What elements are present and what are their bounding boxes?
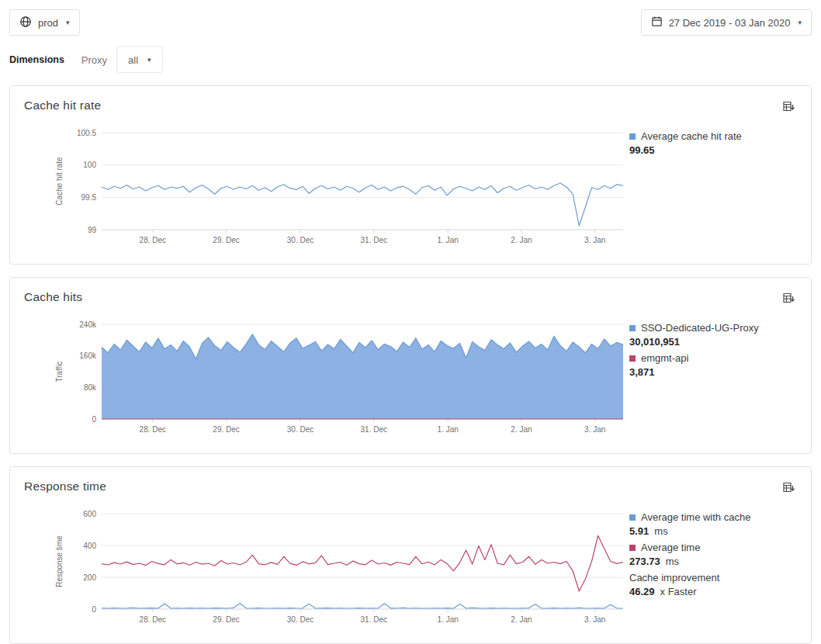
environment-label: prod — [38, 17, 58, 29]
svg-text:0: 0 — [92, 605, 96, 614]
svg-text:31. Dec: 31. Dec — [361, 425, 387, 434]
legend-label: Cache improvement — [629, 572, 719, 584]
svg-text:31. Dec: 31. Dec — [361, 615, 387, 624]
card-body: 9999.5100100.528. Dec29. Dec30. Dec31. D… — [24, 122, 797, 254]
export-report-button[interactable] — [781, 99, 797, 117]
legend-swatch — [629, 545, 636, 551]
legend-label: Average time — [641, 542, 700, 554]
legend-value: 3,871 — [629, 366, 797, 379]
chevron-down-icon: ▾ — [66, 19, 70, 26]
export-report-button[interactable] — [781, 290, 797, 309]
svg-text:100: 100 — [83, 161, 96, 169]
svg-text:3. Jan: 3. Jan — [584, 236, 605, 244]
legend-value: 30,010,951 — [629, 336, 797, 348]
legend-value: 46.29x Faster — [629, 586, 797, 598]
svg-text:31. Dec: 31. Dec — [361, 236, 387, 244]
svg-text:1. Jan: 1. Jan — [438, 425, 459, 434]
card-title: Cache hit rate — [24, 99, 101, 113]
svg-text:200: 200 — [83, 573, 96, 582]
legend-item: emgmt-api — [629, 352, 797, 365]
legend-label: Average time with cache — [641, 511, 750, 524]
chart-legend: SSO-Dedicated-UG-Proxy 30,010,951 emgmt-… — [629, 313, 797, 444]
svg-text:29. Dec: 29. Dec — [213, 615, 239, 624]
report-download-icon — [782, 104, 795, 116]
legend-value: 5.91ms — [629, 525, 797, 538]
cache-hits-chart: 080k160k240k28. Dec29. Dec30. Dec31. Dec… — [24, 313, 629, 444]
svg-text:Traffic: Traffic — [55, 361, 64, 382]
dimensions-bar: Dimensions Proxy all ▾ — [9, 47, 812, 73]
svg-text:2. Jan: 2. Jan — [511, 615, 532, 624]
svg-text:80k: 80k — [84, 383, 97, 392]
svg-text:30. Dec: 30. Dec — [287, 236, 314, 244]
proxy-filter-select[interactable]: all ▾ — [116, 47, 163, 73]
svg-text:1. Jan: 1. Jan — [438, 236, 459, 244]
svg-text:28. Dec: 28. Dec — [140, 236, 166, 244]
cache-hit-rate-chart: 9999.5100100.528. Dec29. Dec30. Dec31. D… — [24, 122, 629, 254]
environment-selector[interactable]: prod ▾ — [9, 9, 80, 36]
proxy-filter-value: all — [128, 54, 138, 66]
legend-swatch — [629, 514, 636, 521]
svg-text:0: 0 — [92, 415, 96, 424]
proxy-filter-label: Proxy — [81, 54, 107, 66]
legend-item: Average time with cache — [629, 511, 797, 524]
svg-text:Cache hit rate: Cache hit rate — [55, 157, 64, 206]
date-range-picker[interactable]: 27 Dec 2019 - 03 Jan 2020 ▾ — [641, 9, 812, 36]
svg-text:240k: 240k — [79, 320, 97, 329]
svg-text:160k: 160k — [79, 351, 97, 360]
dimensions-label: Dimensions — [9, 54, 64, 65]
legend-label: Average cache hit rate — [641, 130, 742, 143]
svg-text:30. Dec: 30. Dec — [287, 615, 314, 624]
card-body: 080k160k240k28. Dec29. Dec30. Dec31. Dec… — [24, 313, 797, 444]
calendar-icon — [651, 16, 663, 29]
card-header: Cache hit rate — [24, 99, 797, 119]
svg-text:3. Jan: 3. Jan — [584, 425, 605, 434]
chevron-down-icon: ▾ — [147, 57, 151, 64]
legend-swatch — [629, 325, 636, 331]
legend-label: SSO-Dedicated-UG-Proxy — [641, 322, 759, 334]
card-cache-hits: Cache hits 080k160k240k28. Dec29. Dec30.… — [9, 277, 812, 454]
legend-item: Average cache hit rate — [629, 130, 797, 143]
svg-text:Response time: Response time — [55, 535, 64, 587]
svg-text:29. Dec: 29. Dec — [213, 236, 239, 244]
svg-text:30. Dec: 30. Dec — [287, 425, 314, 434]
legend-swatch — [629, 133, 636, 140]
report-download-icon — [782, 296, 795, 307]
report-download-icon — [782, 485, 795, 497]
response-time-chart: 020040060028. Dec29. Dec30. Dec31. Dec1.… — [24, 503, 629, 634]
svg-text:28. Dec: 28. Dec — [140, 425, 166, 434]
chart-legend: Average time with cache 5.91ms Average t… — [629, 503, 797, 634]
card-body: 020040060028. Dec29. Dec30. Dec31. Dec1.… — [24, 503, 797, 634]
topbar: prod ▾ 27 Dec 2019 - 03 Jan 2020 ▾ — [9, 9, 812, 36]
chevron-down-icon: ▾ — [798, 19, 802, 26]
legend-item: Average time — [629, 542, 797, 554]
card-title: Cache hits — [24, 290, 82, 304]
svg-text:99.5: 99.5 — [81, 193, 97, 202]
card-response-time: Response time 020040060028. Dec29. Dec30… — [9, 466, 812, 644]
svg-text:100.5: 100.5 — [77, 129, 96, 137]
date-range-label: 27 Dec 2019 - 03 Jan 2020 — [669, 17, 791, 29]
export-report-button[interactable] — [781, 480, 797, 498]
svg-text:99: 99 — [88, 226, 97, 234]
svg-text:28. Dec: 28. Dec — [140, 615, 166, 624]
svg-text:2. Jan: 2. Jan — [511, 425, 532, 434]
card-title: Response time — [24, 480, 106, 493]
globe-icon — [19, 16, 32, 30]
legend-value: 273.73ms — [629, 556, 797, 568]
legend-label: emgmt-api — [641, 352, 688, 365]
svg-text:2. Jan: 2. Jan — [511, 236, 532, 244]
legend-swatch — [629, 355, 636, 362]
svg-text:29. Dec: 29. Dec — [213, 425, 239, 434]
svg-text:600: 600 — [83, 510, 96, 518]
svg-text:400: 400 — [83, 542, 96, 550]
chart-legend: Average cache hit rate 99.65 — [629, 122, 797, 254]
svg-text:1. Jan: 1. Jan — [438, 615, 459, 624]
card-header: Cache hits — [24, 290, 797, 310]
svg-text:3. Jan: 3. Jan — [584, 615, 605, 624]
card-header: Response time — [24, 480, 797, 500]
dashboard-page: prod ▾ 27 Dec 2019 - 03 Jan 2020 ▾ Dimen… — [0, 0, 821, 644]
legend-item: SSO-Dedicated-UG-Proxy — [629, 322, 797, 334]
legend-value: 99.65 — [629, 144, 797, 157]
legend-item: Cache improvement — [629, 572, 797, 584]
card-cache-hit-rate: Cache hit rate 9999.5100100.528. Dec29. … — [9, 85, 812, 265]
